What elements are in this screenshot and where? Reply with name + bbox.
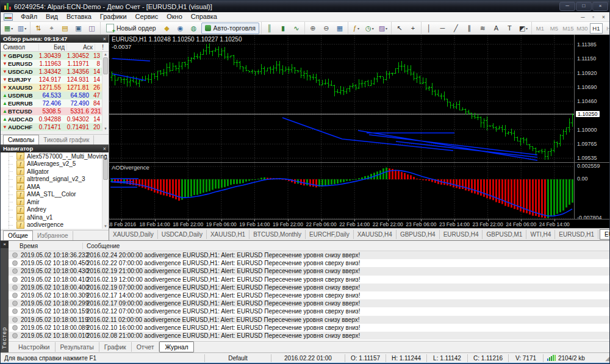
column-time[interactable]: Время <box>9 243 83 249</box>
line-chart-button[interactable]: ∿ <box>290 23 303 34</box>
time-axis[interactable]: 18 Feb 201618 Feb 14:0018 Feb 22:0019 Fe… <box>109 219 610 229</box>
scroll-up-icon[interactable]: ▲ <box>102 52 109 56</box>
ao-divergence-pane[interactable] <box>109 163 574 219</box>
column-symbol[interactable]: Символ <box>1 44 39 51</box>
market-watch-row[interactable]: ▼EURJPY 124.917 124.931 14 <box>1 76 102 84</box>
vertical-line-button[interactable]: │ <box>423 23 436 34</box>
crosshair-button[interactable]: + <box>407 23 419 34</box>
chart-window-icon[interactable] <box>4 13 13 21</box>
tester-tab[interactable]: Журнал <box>159 341 193 352</box>
market-watch-scrollbar[interactable]: ▲▼ <box>102 52 109 131</box>
navigator-item[interactable]: ƒ Amir <box>1 198 109 206</box>
timeframe-button[interactable]: M15 <box>562 23 575 34</box>
navigator-header[interactable]: Навигатор × <box>1 145 109 152</box>
text-button[interactable]: A <box>490 23 503 34</box>
fibonacci-button[interactable]: ≋ <box>477 23 489 34</box>
timeframe-button[interactable]: H4 <box>604 23 610 34</box>
market-watch-row[interactable]: ▼AUDCHF 0.71471 0.71491 20 <box>1 123 102 131</box>
close-button[interactable]: × <box>592 2 608 11</box>
market-watch-row[interactable]: ▲AUDCAD 0.94288 0.94302 14 <box>1 115 102 123</box>
resize-grip[interactable]: ◢ <box>605 354 610 362</box>
journal-row[interactable]: 2019.05.02 10:18:00.159 2016.02.12 07:00… <box>9 307 610 315</box>
journal-row[interactable]: 2019.05.02 10:18:00.010 2016.02.08 21:00… <box>9 332 610 340</box>
tile-windows-button[interactable]: ▦ <box>334 23 346 34</box>
menu-item[interactable]: Сервис <box>131 12 163 21</box>
minimize-button[interactable]: ─ <box>559 2 575 11</box>
journal-row[interactable]: 2019.05.02 10:18:00.089 2016.02.10 16:00… <box>9 324 610 332</box>
indicators-button[interactable]: ƒ▾ <box>350 23 362 34</box>
close-icon[interactable]: × <box>1 241 9 248</box>
market-watch-toggle[interactable]: ⇅ <box>32 23 45 34</box>
trendline-button[interactable]: ╱ <box>450 23 462 34</box>
terminal-toggle[interactable]: ▣ <box>73 23 85 34</box>
journal-column-header[interactable]: Время Сообщение <box>9 241 610 251</box>
navigator-item[interactable]: ƒ AMA <box>1 183 109 191</box>
journal-row[interactable]: 2019.05.02 10:18:00.119 2016.02.11 02:00… <box>9 316 610 324</box>
chart-tab[interactable]: XAUUSD,H1 <box>207 230 249 239</box>
column-bid[interactable]: Бид <box>39 44 67 51</box>
navigator-tab[interactable]: Общие <box>3 230 33 240</box>
market-watch-tab[interactable]: Символы <box>3 135 39 145</box>
cursor-button[interactable]: ↖ <box>393 23 406 34</box>
metaeditor-button[interactable]: ◆ <box>161 23 173 34</box>
new-chart-button[interactable]: ▦▾ <box>2 23 15 34</box>
menu-item[interactable]: Вставка <box>62 12 96 21</box>
timeframe-button[interactable]: M5 <box>548 23 561 34</box>
chart-tab[interactable]: EURCHF,Daily <box>306 230 354 239</box>
market-watch-row[interactable]: ▼USDCAD 1.34342 1.34356 14 <box>1 68 102 76</box>
timeframe-button[interactable]: M1 <box>534 23 547 34</box>
maximize-button[interactable]: □ <box>576 2 592 11</box>
timeframe-button[interactable]: M30 <box>576 23 589 34</box>
chart-tab[interactable]: EURUSD,H1 (visual) <box>600 229 610 240</box>
journal-row[interactable]: 2019.05.02 10:18:00.430 2016.02.19 21:00… <box>9 267 610 275</box>
chart-tab[interactable]: XAUUSD,H4 <box>354 230 396 239</box>
journal-row[interactable]: 2019.05.02 10:18:00.299 2016.02.17 09:00… <box>9 299 610 307</box>
price-chart[interactable] <box>109 35 574 162</box>
navigator-item[interactable]: ƒ altrtrend_signal_v2_3 <box>1 176 109 184</box>
community-button[interactable]: ◉ <box>174 23 187 34</box>
journal-row[interactable]: 2019.05.02 10:18:00.400 2016.02.19 07:00… <box>9 284 610 291</box>
channel-button[interactable]: ∥ <box>464 23 476 34</box>
tester-tab[interactable]: График <box>99 342 132 352</box>
market-watch-header[interactable]: Обзор рынка: 09:19:47 × <box>1 35 109 43</box>
menu-item[interactable]: Вид <box>41 12 62 21</box>
chart-tab[interactable]: EURUSD,H1 <box>555 230 598 239</box>
tester-tab[interactable]: Настройки <box>13 342 56 352</box>
menu-item[interactable]: Файл <box>16 12 41 21</box>
chart-tab[interactable]: WTI,H4 <box>526 230 555 239</box>
tester-tab[interactable]: Результаты <box>56 342 99 352</box>
navigator-item[interactable]: ƒ aodivergence <box>1 221 109 229</box>
label-button[interactable]: T <box>504 23 516 34</box>
chart-tab[interactable]: EURUSD,H4 <box>440 230 483 239</box>
scroll-down-icon[interactable]: ▼ <box>102 127 109 130</box>
navigator-item[interactable]: ƒ AllAverages_v2_5 <box>1 160 109 168</box>
new-order-button[interactable]: Новый ордер <box>102 23 160 34</box>
column-ask[interactable]: Аск <box>67 44 95 51</box>
scroll-thumb[interactable] <box>103 57 108 74</box>
chart-tab[interactable]: XAUUSD,Daily <box>109 230 158 239</box>
title-bar[interactable]: 60249254: Alpari-ECN-Demo - Демо Счет - … <box>1 1 610 12</box>
shapes-button[interactable]: ◩▾ <box>517 23 529 34</box>
data-window-toggle[interactable]: ⌖ <box>46 23 58 34</box>
close-icon[interactable]: × <box>103 36 106 42</box>
zoom-in-button[interactable]: ⊕ <box>307 23 319 34</box>
mdi-close-button[interactable]: × <box>598 13 609 21</box>
mdi-restore-button[interactable]: ▫ <box>588 13 598 21</box>
periods-button[interactable]: ◷▾ <box>364 23 376 34</box>
navigator-item[interactable]: ƒ Alex5757000_-_Multi_Moving <box>1 152 109 160</box>
market-watch-row[interactable]: ▼EURUSD 1.11963 1.11971 8 <box>1 60 102 68</box>
tester-tab[interactable]: Отчет <box>132 342 160 352</box>
navigator-item[interactable]: ƒ Andrey <box>1 206 109 214</box>
price-axis[interactable]: 1.113851.111501.109201.106901.104601.102… <box>574 35 610 219</box>
chart-tab[interactable]: USDCAD,Daily <box>158 230 207 239</box>
menu-item[interactable]: Окно <box>162 12 187 21</box>
journal-row[interactable]: 2019.05.02 10:18:00.410 2016.02.19 12:00… <box>9 276 610 284</box>
market-watch-row[interactable]: ▲EURRUB 72.406 72.490 84 <box>1 99 102 107</box>
navigator-item[interactable]: ƒ AMA_STL__Color <box>1 191 109 199</box>
bar-chart-button[interactable]: ║ <box>264 23 276 34</box>
journal-row[interactable]: 2019.05.02 10:18:36.232 2016.02.24 20:00… <box>9 251 610 259</box>
journal-row[interactable]: 2019.05.02 10:18:00.309 2016.02.17 14:00… <box>9 291 610 299</box>
autotrading-button[interactable]: Авто-торговля <box>201 23 259 34</box>
navigator-toggle[interactable]: ▤ <box>59 23 71 34</box>
market-watch-row[interactable]: ▲USDRUB 64.533 64.580 47 <box>1 91 102 99</box>
